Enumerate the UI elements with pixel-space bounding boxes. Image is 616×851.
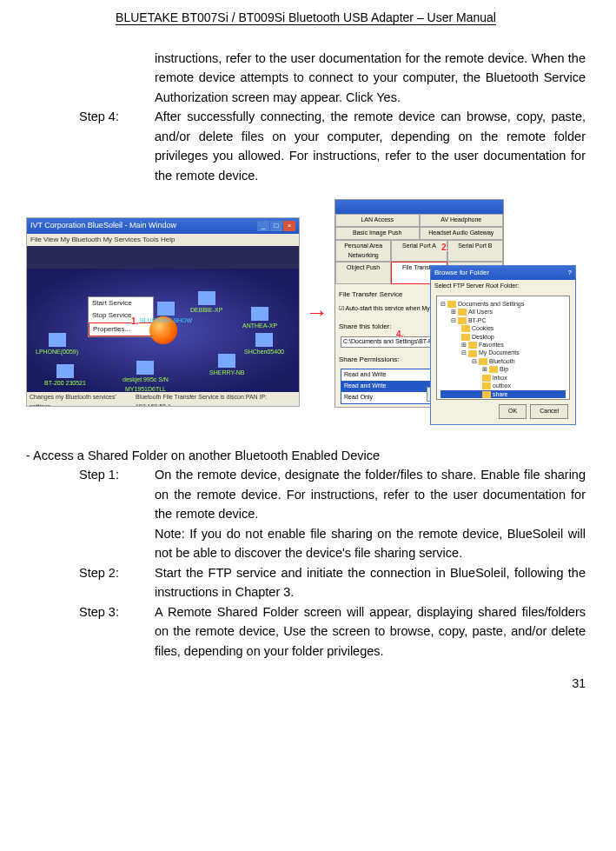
fig2a-titlebar — [335, 200, 503, 214]
step-1-label: Step 1: — [26, 465, 155, 562]
device-node[interactable]: BLUETAKE-SHOW — [140, 302, 192, 326]
step-2-block: Step 2: Start the FTP service and initia… — [26, 563, 586, 602]
tree-item: ⊟ Documents and Settings — [440, 300, 566, 308]
ok-button[interactable]: OK — [499, 404, 527, 419]
tab-headset-audio-gateway[interactable]: Headset Audio Gateway — [420, 227, 504, 240]
tree-item: Cookies — [440, 324, 566, 332]
fig1-menubar[interactable]: File View My Bluetooth My Services Tools… — [27, 234, 299, 246]
page-number: 31 — [26, 675, 586, 694]
fig1-titlebar: IVT Corporation BlueSoleil - Main Window… — [27, 218, 299, 234]
tab-serial-b[interactable]: Serial Port B — [447, 240, 503, 263]
tree-item: inbox — [440, 374, 566, 382]
tree-item-selected: share — [440, 390, 566, 398]
page-header: BLUETAKE BT007Si / BT009Si Bluetooth USB… — [26, 9, 586, 28]
step-4-text: After successfully connecting, the remot… — [155, 107, 586, 185]
figure-row: IVT Corporation BlueSoleil - Main Window… — [26, 199, 586, 425]
tree-item: ⊞ Favorites — [440, 341, 566, 349]
figure-1-bluesoleil-window: IVT Corporation BlueSoleil - Main Window… — [26, 217, 300, 407]
tab-object-push[interactable]: Object Push — [335, 262, 391, 284]
tree-item: ⊟ Bluetooth — [440, 357, 566, 365]
window-controls: _ □ × — [257, 221, 295, 231]
step-4-block: Step 4: After successfully connecting, t… — [26, 107, 586, 185]
close-icon[interactable]: × — [283, 221, 295, 231]
step-2-text: Start the FTP service and initiate the c… — [155, 563, 586, 602]
device-node[interactable]: SHERRY-NB — [209, 354, 244, 378]
minimize-icon[interactable]: _ — [257, 221, 269, 231]
device-node[interactable]: ANTHEA-XP — [242, 307, 277, 331]
header-title: BLUETAKE BT007Si / BT009Si Bluetooth USB… — [116, 10, 496, 25]
step-1-note: Note: If you do not enable file sharing … — [155, 527, 586, 560]
step-3-label: Step 3: — [26, 602, 155, 661]
tree-item: ⊞ All Users — [440, 308, 566, 316]
tab-av-headphone[interactable]: AV Headphone — [420, 214, 504, 227]
maximize-icon[interactable]: □ — [270, 221, 282, 231]
tab-serial-a[interactable]: Serial Port A — [391, 240, 447, 263]
tree-item: ⊞ My Music — [440, 398, 566, 400]
help-icon[interactable]: ? — [568, 268, 572, 278]
tree-item: ⊟ My Documents — [440, 349, 566, 356]
step-3-text: A Remote Shared Folder screen will appea… — [155, 602, 586, 661]
figure-2-wrap: LAN Access AV Headphone Basic Image Push… — [334, 199, 578, 425]
folder-tree[interactable]: ⊟ Documents and Settings ⊞ All Users ⊟ B… — [436, 296, 570, 400]
tab-pan[interactable]: Personal Area Networking — [335, 240, 391, 263]
fig2b-title-text: Browse for Folder — [434, 268, 489, 278]
status-left: Changes my Bluetooth services' settings. — [30, 393, 136, 403]
step-4-label: Step 4: — [26, 107, 155, 185]
fig2b-titlebar: Browse for Folder ? — [431, 266, 575, 280]
device-node[interactable]: DEBBIE-XP — [190, 291, 222, 316]
tab-basic-image-push[interactable]: Basic Image Push — [335, 227, 420, 240]
tab-lan-access[interactable]: LAN Access — [335, 214, 420, 227]
intro-text: instructions, refer to the user document… — [155, 49, 586, 107]
fig2b-subtitle: Select FTP Server Root Folder: — [431, 280, 575, 293]
callout-1: 1. — [131, 315, 138, 329]
step-1-block: Step 1: On the remote device, designate … — [26, 465, 586, 562]
fig1-canvas: Start Service Stop Service Properties...… — [27, 269, 299, 392]
device-node[interactable]: LPHONE(0059) — [36, 333, 78, 357]
tree-item: outbox — [440, 382, 566, 389]
tree-item: ⊟ BT-PC — [440, 316, 566, 324]
fig1-window-title: IVT Corporation BlueSoleil - Main Window — [30, 220, 176, 232]
callout-2: 2. — [441, 241, 448, 255]
device-node[interactable]: BT-200 230521 — [44, 364, 86, 389]
status-right: Bluetooth File Transfer Service is disco… — [136, 393, 296, 403]
fig1-toolbar[interactable] — [27, 246, 299, 269]
arrow-right-icon: → — [305, 301, 329, 323]
device-node[interactable]: SHChen05400 — [244, 333, 284, 357]
section-2-title: - Access a Shared Folder on another Blue… — [26, 446, 586, 465]
step-3-block: Step 3: A Remote Shared Folder screen wi… — [26, 602, 586, 661]
cancel-button[interactable]: Cancel — [530, 404, 568, 419]
step-2-label: Step 2: — [26, 563, 155, 602]
step-1-text: On the remote device, designate the fold… — [155, 465, 586, 562]
callout-4: 4. — [396, 328, 403, 342]
tree-item: Desktop — [440, 333, 566, 341]
tree-item: ⊞ Bip — [440, 365, 566, 373]
device-node[interactable]: deskjet 995c S/NMY1951D6TLL — [123, 361, 169, 395]
browse-for-folder-dialog: Browse for Folder ? Select FTP Server Ro… — [430, 265, 576, 425]
